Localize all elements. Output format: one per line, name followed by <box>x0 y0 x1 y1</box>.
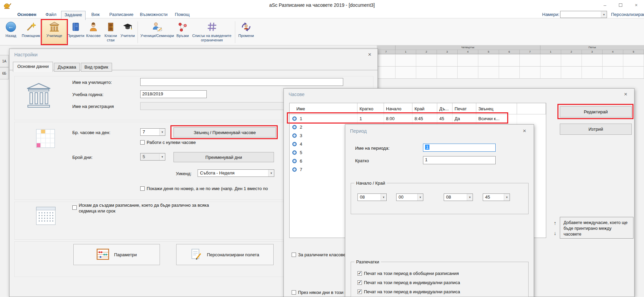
rename-days-button[interactable]: Преименувай дни <box>173 152 274 162</box>
move-up-button[interactable]: ↑ <box>552 219 558 227</box>
period-name: 6 <box>300 159 302 164</box>
ribbon-button-subjects[interactable]: Предмети <box>67 20 85 44</box>
multiweek-checkbox[interactable] <box>72 205 77 210</box>
period-close-icon[interactable]: × <box>520 127 529 135</box>
chevron-down-icon[interactable]: ▾ <box>381 194 386 201</box>
period-number: 2 <box>416 50 437 54</box>
period-name: 5 <box>300 150 302 155</box>
end-hour-select[interactable]: 08 ▾ <box>444 193 473 201</box>
period-name-value: 1 <box>425 145 429 150</box>
timetable-cell <box>395 54 416 67</box>
close-button[interactable]: × <box>628 0 644 10</box>
chevron-down-icon[interactable]: ▾ <box>159 129 165 135</box>
school-year-input[interactable]: 2018/2019 <box>140 90 207 98</box>
periods-close-icon[interactable]: × <box>621 91 630 98</box>
periods-per-day-select[interactable]: 7 ▾ <box>140 128 165 136</box>
print-individual-2-checkbox[interactable] <box>357 290 362 294</box>
delete-period-button[interactable]: Изтрий <box>560 124 632 135</box>
print-individual-checkbox[interactable] <box>357 280 362 285</box>
registration-label: Име на регистрация <box>72 104 114 109</box>
ribbon-label-classrooms: Класни стаи <box>102 34 119 42</box>
some-days-label: През някои дни в този п <box>298 290 347 295</box>
settings-close-icon[interactable]: × <box>365 51 374 58</box>
ribbon: ← Назад Помощник <box>0 18 644 45</box>
start-hour-select[interactable]: 08 ▾ <box>357 193 387 201</box>
add-break-note[interactable]: Добавете междучасие, което ще бъде принт… <box>560 217 633 239</box>
ribbon-button-changes[interactable]: Промени <box>237 20 255 44</box>
zero-periods-label: Работи с нулеви часове <box>147 140 196 145</box>
menu-tab-help[interactable]: Помощ <box>172 11 192 18</box>
period-name: 2 <box>300 125 302 130</box>
period-number: 7 <box>377 50 395 54</box>
chevron-down-icon[interactable]: ▾ <box>417 194 423 201</box>
timetable-cell <box>499 67 520 79</box>
abacus-icon <box>96 248 109 261</box>
find-label: Намери: <box>542 12 559 17</box>
ribbon-button-classes[interactable]: Класове <box>85 20 102 44</box>
tab-basic-data[interactable]: Основни данни <box>13 62 53 72</box>
tab-schedule-type[interactable]: Вид график <box>81 63 112 72</box>
school-columns-icon <box>26 82 52 110</box>
timetable-cell <box>520 67 540 79</box>
parameters-button[interactable]: Параметри <box>73 244 160 265</box>
move-down-button[interactable]: ↓ <box>552 229 558 237</box>
ribbon-button-constraints[interactable]: Списък на въведените ограничения <box>190 20 233 44</box>
chevron-down-icon[interactable]: ▾ <box>504 194 510 201</box>
chevron-down-icon[interactable]: ▾ <box>467 194 473 201</box>
timetable-cell <box>437 67 458 79</box>
school-year-label: Учебна година: <box>72 92 104 97</box>
period-short-label: Кратко <box>355 158 369 163</box>
period-number: 1 <box>395 50 416 54</box>
ribbon-button-links[interactable]: Връзки <box>175 20 190 44</box>
maximize-button[interactable] <box>613 0 628 10</box>
periods-per-day-value: 7 <box>143 129 145 134</box>
print-summary-checkbox[interactable] <box>357 271 362 276</box>
find-input[interactable]: ▾ <box>560 11 607 18</box>
end-minute-select[interactable]: 45 ▾ <box>483 193 510 201</box>
person-icon <box>88 21 99 33</box>
per-class-checkbox[interactable] <box>292 253 296 257</box>
day-number-checkbox[interactable] <box>140 186 145 191</box>
day-number-label: Покажи деня по номер, а не по име (напр.… <box>147 186 268 191</box>
start-minute-select[interactable]: 00 ▾ <box>396 193 423 201</box>
chevron-down-icon[interactable]: ▾ <box>601 11 607 18</box>
school-year-value: 2018/2019 <box>142 91 163 96</box>
menu-tab-schedule[interactable]: Разписание <box>107 11 136 18</box>
periods-per-day-label: Бр. часове на ден: <box>72 130 110 135</box>
timetable-cell <box>582 67 603 79</box>
ribbon-separator <box>137 21 138 43</box>
period-name-input[interactable]: 1 <box>423 144 496 152</box>
days-count-label: Брой дни: <box>72 155 93 160</box>
timetable-cell <box>540 67 561 79</box>
custom-fields-button[interactable]: Персонализирани полета <box>176 244 274 265</box>
period-name: 3 <box>300 133 302 138</box>
menu-tab-options[interactable]: Възможности <box>137 11 170 18</box>
timetable-row <box>377 67 644 79</box>
chevron-down-icon[interactable]: ▾ <box>268 170 274 177</box>
weekend-select[interactable]: Събота - Неделя ▾ <box>198 169 274 177</box>
constraints-grid-icon <box>206 21 218 33</box>
start-hour-value: 08 <box>360 194 365 200</box>
ribbon-button-assistant[interactable]: Помощник <box>20 20 42 44</box>
calendar-icon <box>36 207 56 226</box>
menu-tab-assignment[interactable]: Задание <box>61 11 86 20</box>
timetable-cell <box>458 67 478 79</box>
period-short-input[interactable]: 1 <box>423 156 496 164</box>
ribbon-button-classrooms[interactable]: Класни стаи <box>102 20 119 44</box>
tab-country[interactable]: Държава <box>54 63 80 72</box>
zero-periods-checkbox[interactable] <box>140 140 145 145</box>
menu-tab-view[interactable]: Виж <box>89 11 102 18</box>
some-days-checkbox[interactable] <box>292 290 296 295</box>
minimize-button[interactable]: – <box>597 0 613 10</box>
ribbon-label-links: Връзки <box>177 34 189 38</box>
ribbon-button-teachers[interactable]: Учители <box>119 20 136 44</box>
school-name-input[interactable] <box>140 78 343 86</box>
menu-tab-file[interactable]: Файл <box>43 11 59 18</box>
ribbon-button-students[interactable]: Ученици/Семинари <box>140 20 175 44</box>
menu-tab-main[interactable]: Основен <box>15 11 39 18</box>
timetable-cell <box>561 54 582 67</box>
personalize-link[interactable]: Персонализиране <box>611 12 644 17</box>
ribbon-label-back: Назад <box>5 34 16 38</box>
ribbon-button-back[interactable]: ← Назад <box>2 20 20 44</box>
timetable-cell <box>458 54 478 67</box>
